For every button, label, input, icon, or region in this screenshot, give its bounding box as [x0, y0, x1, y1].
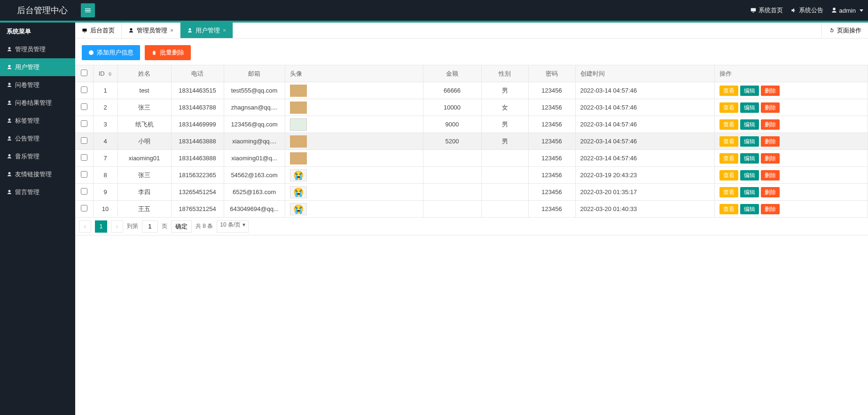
edit-button[interactable]: 编辑 — [740, 102, 759, 113]
cell-id: 3 — [93, 116, 117, 133]
sort-id-toggle[interactable] — [108, 72, 112, 76]
sidebar-item-5[interactable]: 公告管理 — [0, 130, 75, 148]
view-button[interactable]: 查看 — [719, 86, 738, 96]
cell-id: 9 — [93, 184, 117, 201]
select-all-checkbox[interactable] — [81, 70, 87, 76]
sidebar-item-7[interactable]: 友情链接管理 — [0, 165, 75, 183]
user-menu[interactable]: admin — [831, 7, 863, 14]
cell-amount: 66666 — [423, 82, 481, 99]
cell-email: 54562@163.com — [224, 167, 285, 184]
col-amount-label: 金额 — [423, 65, 481, 82]
tab-close-icon[interactable]: × — [223, 27, 226, 34]
cell-pwd: 123456 — [528, 167, 575, 184]
cell-amount — [423, 184, 481, 201]
monitor-icon — [82, 28, 87, 33]
edit-button[interactable]: 编辑 — [740, 86, 759, 96]
row-checkbox[interactable] — [81, 86, 87, 93]
trash-icon — [151, 50, 157, 55]
sidebar-item-0[interactable]: 管理员管理 — [0, 40, 75, 58]
sidebar-item-2[interactable]: 问卷管理 — [0, 76, 75, 94]
view-button[interactable]: 查看 — [719, 170, 738, 180]
cell-phone: 13265451254 — [171, 184, 224, 201]
avatar-thumbnail — [290, 135, 307, 148]
batch-delete-button[interactable]: 批量删除 — [145, 45, 191, 60]
pagination: ‹ 1 › 到第 页 确定 共 8 条 10 条/页 ▾ — [75, 218, 868, 235]
delete-button[interactable]: 删除 — [761, 136, 780, 147]
delete-button[interactable]: 删除 — [761, 187, 780, 197]
page-number-input[interactable] — [142, 220, 158, 233]
view-button[interactable]: 查看 — [719, 119, 738, 130]
cell-phone: 18314463888 — [171, 150, 224, 167]
page-operations-button[interactable]: 页面操作 — [821, 23, 868, 38]
page-prev-button[interactable]: ‹ — [79, 220, 91, 233]
sidebar-item-label: 音乐管理 — [15, 148, 39, 165]
view-button[interactable]: 查看 — [719, 204, 738, 214]
user-icon — [187, 28, 193, 33]
cell-id: 10 — [93, 201, 117, 218]
row-checkbox[interactable] — [81, 137, 87, 144]
row-checkbox[interactable] — [81, 205, 87, 211]
edit-button[interactable]: 编辑 — [740, 153, 759, 164]
delete-button[interactable]: 删除 — [761, 170, 780, 180]
delete-button[interactable]: 删除 — [761, 119, 780, 130]
col-gender-label: 性别 — [481, 65, 528, 82]
sidebar-item-8[interactable]: 留言管理 — [0, 183, 75, 201]
edit-button[interactable]: 编辑 — [740, 204, 759, 214]
view-button[interactable]: 查看 — [719, 136, 738, 147]
table-row: 10王五18765321254643049694@qq...😭123456202… — [75, 201, 868, 218]
user-icon — [7, 189, 12, 195]
cell-id: 1 — [93, 82, 117, 99]
sidebar-toggle-button[interactable] — [81, 3, 95, 17]
cell-phone: 18314463888 — [171, 133, 224, 150]
edit-button[interactable]: 编辑 — [740, 119, 759, 130]
sidebar-item-1[interactable]: 用户管理 — [0, 58, 75, 76]
user-icon — [7, 47, 12, 52]
sidebar-item-label: 问卷管理 — [15, 76, 39, 94]
sidebar-item-3[interactable]: 问卷结果管理 — [0, 94, 75, 112]
cell-amount: 10000 — [423, 99, 481, 116]
row-checkbox[interactable] — [81, 188, 87, 195]
user-icon — [7, 100, 12, 106]
row-checkbox[interactable] — [81, 103, 87, 110]
edit-button[interactable]: 编辑 — [740, 136, 759, 147]
add-user-button[interactable]: 添加用户信息 — [82, 45, 140, 60]
view-button[interactable]: 查看 — [719, 187, 738, 197]
cell-gender — [481, 150, 528, 167]
cell-created: 2022-03-14 04:57:46 — [575, 133, 714, 150]
pager-page-unit-label: 页 — [162, 222, 167, 230]
system-home-link[interactable]: 系统首页 — [750, 6, 783, 15]
edit-button[interactable]: 编辑 — [740, 187, 759, 197]
delete-button[interactable]: 删除 — [761, 153, 780, 164]
cell-name: 李四 — [117, 184, 171, 201]
tabs-bar: 后台首页管理员管理×用户管理× 页面操作 — [75, 23, 868, 39]
delete-button[interactable]: 删除 — [761, 86, 780, 96]
sidebar-item-6[interactable]: 音乐管理 — [0, 148, 75, 165]
page-size-select[interactable]: 10 条/页 ▾ — [217, 220, 248, 233]
col-id-label: ID — [99, 70, 105, 77]
system-notice-link[interactable]: 系统公告 — [790, 6, 823, 15]
col-phone-label: 电话 — [171, 65, 224, 82]
view-button[interactable]: 查看 — [719, 153, 738, 164]
cell-amount — [423, 150, 481, 167]
col-pwd-label: 密码 — [528, 65, 575, 82]
sidebar-item-4[interactable]: 标签管理 — [0, 112, 75, 130]
cell-amount: 9000 — [423, 116, 481, 133]
delete-button[interactable]: 删除 — [761, 102, 780, 113]
row-checkbox[interactable] — [81, 171, 87, 178]
cell-name: 纸飞机 — [117, 116, 171, 133]
page-operations-label: 页面操作 — [837, 26, 861, 35]
tab-0[interactable]: 后台首页 — [75, 23, 122, 38]
view-button[interactable]: 查看 — [719, 102, 738, 113]
refresh-icon — [829, 27, 835, 34]
tab-1[interactable]: 管理员管理× — [122, 23, 180, 38]
row-checkbox[interactable] — [81, 120, 87, 127]
page-go-button[interactable]: 确定 — [171, 220, 192, 233]
tab-close-icon[interactable]: × — [170, 27, 173, 34]
tab-2[interactable]: 用户管理× — [180, 23, 233, 38]
edit-button[interactable]: 编辑 — [740, 170, 759, 180]
page-next-button[interactable]: › — [111, 220, 123, 233]
row-checkbox[interactable] — [81, 154, 87, 161]
cell-email: zhagnsan@qq.... — [224, 99, 285, 116]
page-1-button[interactable]: 1 — [95, 220, 107, 233]
delete-button[interactable]: 删除 — [761, 204, 780, 214]
